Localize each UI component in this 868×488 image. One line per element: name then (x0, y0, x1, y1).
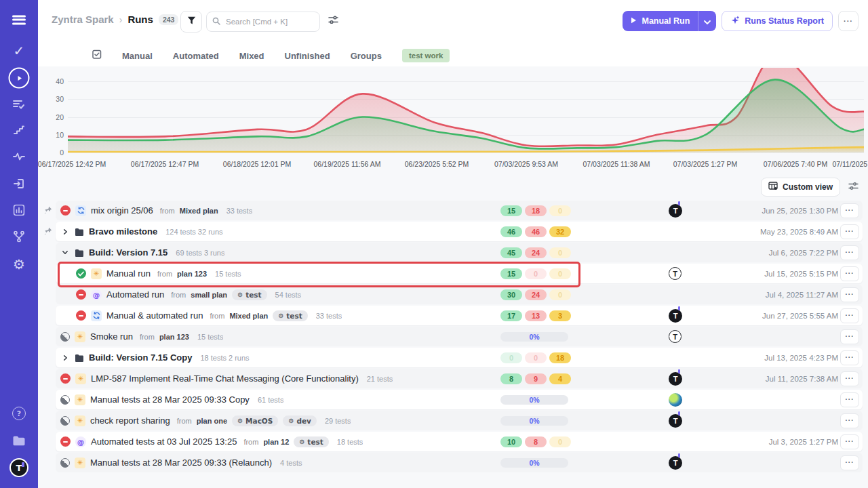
plan-name[interactable]: plan 123 (177, 270, 207, 278)
user-avatar[interactable]: T (9, 458, 28, 477)
run-name[interactable]: Build: Version 7.15 Copy (89, 352, 192, 363)
chevron-right-icon[interactable] (60, 228, 70, 235)
view-tag-test-work[interactable]: test work (402, 49, 450, 62)
run-name[interactable]: Manual tests at 28 Mar 2025 09:33 (Relau… (90, 458, 272, 468)
count-badge-green: 8 (500, 373, 522, 384)
plan-name[interactable]: Mixed plan (229, 312, 268, 320)
sign-in-icon[interactable] (14, 178, 24, 189)
table-row[interactable]: Build: Version 7.15 Copy18 tests 2 runs0… (56, 348, 863, 367)
run-name[interactable]: mix origin 25/06 (91, 205, 153, 216)
bar-chart-icon[interactable] (14, 205, 25, 216)
table-row[interactable]: @Automated tests at 03 Jul 2025 13:25fro… (56, 432, 863, 451)
row-actions-button[interactable]: ··· (840, 266, 859, 281)
runs-status-report-button[interactable]: Runs Status Report (722, 11, 833, 31)
row-actions-button[interactable]: ··· (840, 371, 859, 386)
tests-count: 21 tests (367, 375, 393, 383)
run-date: Jul 4, 2025 11:27 AM (766, 291, 838, 299)
x-axis-label: 06/17/2025 12:47 PM (131, 160, 199, 168)
chevron-right-icon[interactable] (60, 354, 70, 361)
table-row[interactable]: ✳LMP-587 Implement Real-Time Chat Messag… (56, 369, 863, 388)
run-name[interactable]: Manual & automated run (106, 310, 203, 321)
plan-name[interactable]: plan one (197, 417, 227, 425)
chart-plot (68, 68, 864, 157)
pulse-icon[interactable] (13, 152, 25, 161)
sparkles-icon (730, 16, 740, 27)
row-actions-button[interactable]: ··· (840, 329, 859, 344)
run-results: 0% (500, 395, 568, 405)
table-row[interactable]: Bravo milestone124 tests 32 runs464632Ma… (56, 222, 863, 241)
run-date: Jul 3, 2025 1:27 PM (769, 438, 838, 446)
stairs-icon[interactable] (14, 125, 24, 135)
run-name[interactable]: Automated tests at 03 Jul 2025 13:25 (91, 436, 237, 447)
menu-icon[interactable] (12, 14, 26, 26)
table-row[interactable]: Build: Version 7.1569 tests 3 runs45240J… (56, 243, 863, 262)
custom-view-label: Custom view (783, 182, 833, 192)
pin-icon[interactable] (44, 226, 52, 239)
row-actions-button[interactable]: ··· (840, 224, 859, 239)
breadcrumb: Zyntra Spark › Runs 243 (52, 14, 178, 25)
filter-button[interactable] (180, 11, 202, 33)
plan-name[interactable]: plan 12 (263, 438, 289, 446)
run-name[interactable]: Smoke run (90, 331, 133, 342)
row-actions-button[interactable]: ··· (840, 308, 859, 323)
row-actions-button[interactable]: ··· (840, 203, 859, 218)
run-results: 0% (500, 458, 568, 468)
branch-icon[interactable] (14, 231, 24, 243)
row-actions-button[interactable]: ··· (840, 434, 859, 449)
play-circle-icon[interactable] (9, 68, 30, 89)
chevron-down-icon[interactable] (60, 249, 70, 256)
manual-run-dropdown[interactable] (698, 11, 716, 31)
status-inprogress-icon (60, 332, 70, 342)
run-name[interactable]: Manual tests at 28 Mar 2025 09:33 Copy (90, 394, 250, 405)
table-row[interactable]: ✳check report sharingfromplan one⚙MacOS⚙… (56, 411, 863, 430)
row-actions-button[interactable]: ··· (840, 455, 859, 470)
manual-run-button[interactable]: Manual Run (623, 11, 716, 31)
run-name[interactable]: LMP-587 Implement Real-Time Chat Messagi… (91, 373, 359, 384)
tab-groups[interactable]: Groups (351, 51, 382, 61)
row-actions-button[interactable]: ··· (840, 413, 859, 428)
search-input[interactable] (224, 17, 302, 26)
run-name[interactable]: Bravo milestone (89, 226, 157, 237)
custom-view-button[interactable]: Custom view (761, 178, 840, 197)
tab-mixed[interactable]: Mixed (239, 51, 264, 61)
table-row[interactable]: ✳Smoke runfromplan 12315 tests0%T··· (56, 327, 863, 346)
pin-icon[interactable] (44, 205, 52, 218)
row-actions-button[interactable]: ··· (840, 287, 859, 302)
plan-name[interactable]: plan 123 (159, 333, 189, 341)
run-name[interactable]: Automated run (106, 289, 164, 300)
table-row[interactable]: mix origin 25/06fromMixed plan33 tests15… (56, 201, 863, 220)
table-row[interactable]: ✳Manual runfromplan 12315 tests1500TJul … (56, 264, 863, 283)
plan-name[interactable]: Mixed plan (180, 207, 218, 215)
avatar: T (669, 414, 682, 428)
gear-icon[interactable]: ⚙ (13, 256, 25, 272)
row-actions-button[interactable]: ··· (840, 392, 859, 407)
tests-count: 33 tests (316, 312, 342, 320)
count-badge-yellow: 0 (549, 268, 571, 279)
run-name[interactable]: Build: Version 7.15 (89, 247, 167, 258)
table-row[interactable]: @Automated runfromsmall plan⚙test54 test… (56, 285, 863, 304)
run-name[interactable]: Manual run (106, 268, 151, 279)
tab-manual[interactable]: Manual (122, 51, 153, 61)
from-label: from (171, 291, 186, 299)
breadcrumb-project[interactable]: Zyntra Spark (52, 14, 114, 25)
checklist-icon[interactable] (92, 49, 102, 62)
help-icon[interactable]: ? (12, 407, 26, 420)
adjustments-icon-2[interactable] (848, 181, 859, 193)
tab-unfinished[interactable]: Unfinished (285, 51, 330, 61)
table-row[interactable]: Manual & automated runfromMixed plan⚙tes… (56, 306, 863, 325)
table-row[interactable]: ✳Manual tests at 28 Mar 2025 09:33 Copy6… (56, 390, 863, 409)
list-check-icon[interactable] (13, 100, 25, 109)
row-actions-button[interactable]: ··· (840, 350, 859, 365)
tab-automated[interactable]: Automated (173, 51, 219, 61)
search-box[interactable] (206, 12, 320, 32)
adjustments-icon[interactable] (328, 15, 338, 27)
header-more-button[interactable]: ··· (838, 11, 859, 31)
plan-name[interactable]: small plan (191, 291, 227, 299)
run-date: Jul 6, 2025 7:22 PM (769, 249, 838, 257)
check-icon[interactable]: ✓ (14, 43, 25, 59)
run-name[interactable]: check report sharing (90, 415, 170, 426)
sidebar: ✓ ⚙ ? T (0, 0, 38, 488)
row-actions-button[interactable]: ··· (840, 245, 859, 260)
table-row[interactable]: ✳Manual tests at 28 Mar 2025 09:33 (Rela… (56, 453, 863, 472)
folder-icon[interactable] (13, 436, 26, 446)
